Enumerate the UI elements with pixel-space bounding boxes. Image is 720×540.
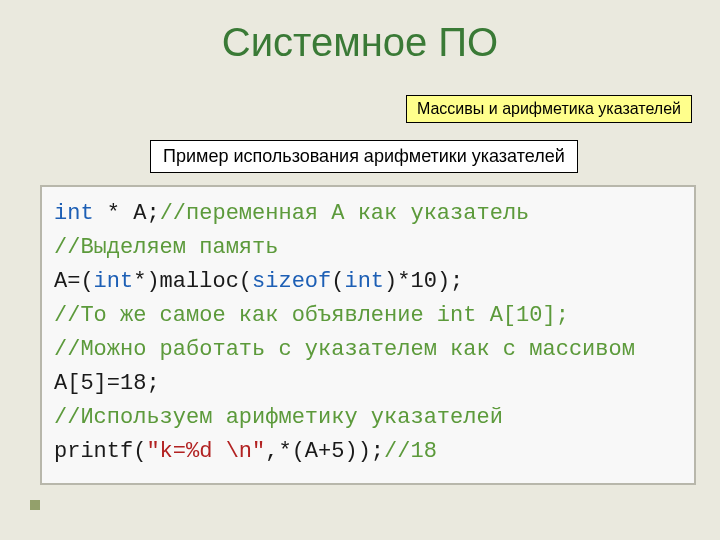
code-line: int * A;//переменная А как указатель	[54, 197, 682, 231]
string: "k=%d \n"	[146, 439, 265, 464]
code-line: A=(int*)malloc(sizeof(int)*10);	[54, 265, 682, 299]
code-text: A=(	[54, 269, 94, 294]
slide-bullet-icon	[30, 500, 40, 510]
comment: //Можно работать с указателем как с масс…	[54, 333, 682, 367]
keyword: sizeof	[252, 269, 331, 294]
comment: //Выделяем память	[54, 231, 682, 265]
comment: //18	[384, 439, 437, 464]
code-line: printf("k=%d \n",*(A+5));//18	[54, 435, 682, 469]
topic-tag: Массивы и арифметика указателей	[406, 95, 692, 123]
keyword: int	[94, 269, 134, 294]
comment: //Используем арифметику указателей	[54, 401, 682, 435]
code-text: *)malloc(	[133, 269, 252, 294]
keyword: int	[54, 201, 94, 226]
code-text: * A;	[94, 201, 160, 226]
comment: //переменная А как указатель	[160, 201, 530, 226]
keyword: int	[344, 269, 384, 294]
comment: //То же самое как объявление int A[10];	[54, 299, 682, 333]
code-text: (	[331, 269, 344, 294]
code-line: A[5]=18;	[54, 367, 682, 401]
code-text: printf(	[54, 439, 146, 464]
code-text: ,*(A+5));	[265, 439, 384, 464]
code-block: int * A;//переменная А как указатель //В…	[40, 185, 696, 485]
example-caption: Пример использования арифметики указател…	[150, 140, 578, 173]
code-text: )*10);	[384, 269, 463, 294]
page-title: Системное ПО	[222, 20, 498, 65]
